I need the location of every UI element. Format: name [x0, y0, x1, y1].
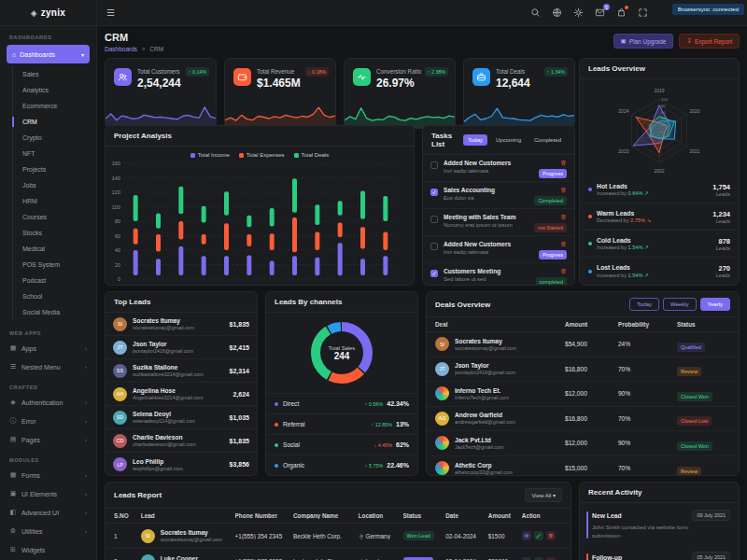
top-lead-row[interactable]: SDSelena Deoylselenadeoyl114@gmail.com$1…	[106, 406, 257, 429]
view-icon[interactable]	[522, 557, 531, 560]
trash-icon[interactable]	[560, 187, 567, 193]
wallet-icon	[233, 68, 251, 86]
task-checkbox[interactable]: ✓	[430, 189, 438, 196]
breadcrumb-parent[interactable]: Dashboards	[105, 46, 137, 52]
task-item: ✓Sales AccountingEos dolor eaCompleted	[423, 182, 574, 209]
fullscreen-icon[interactable]	[638, 7, 648, 18]
task-status-badge: completed	[536, 277, 567, 286]
sidebar-item-authentication[interactable]: ◈Authentication›	[0, 393, 96, 412]
svg-text:nov: nov	[359, 285, 368, 286]
plan-upgrade-button[interactable]: ▣ Plan Upgrade	[613, 34, 674, 49]
sidebar-item-ecommerce[interactable]: Ecommerce	[13, 98, 96, 114]
bag-icon[interactable]	[616, 7, 627, 18]
sidebar-item-apps[interactable]: ▦Apps›	[0, 339, 96, 357]
deal-row[interactable]: JTJson Taylorjsontaylor2416@gmail.com$16…	[427, 357, 739, 383]
sidebar-item-nft[interactable]: NFT	[13, 146, 96, 161]
deal-row[interactable]: Jack Pvt.LtdJackTech@gmail.com$12,00090%…	[427, 431, 739, 456]
sidebar-item-social-media[interactable]: Social Media	[13, 304, 96, 320]
trash-icon[interactable]	[560, 268, 567, 274]
deals-filter-today[interactable]: Today	[629, 298, 659, 311]
deals-filter-yearly[interactable]: Yearly	[700, 298, 730, 311]
edit-icon[interactable]	[534, 557, 543, 560]
avatar: SS	[113, 364, 127, 378]
sidebar-item-medical[interactable]: Medical	[13, 241, 96, 257]
sidebar-item-jobs[interactable]: Jobs	[13, 177, 96, 193]
sidebar-item-nested-menu[interactable]: ☰Nested Menu›	[0, 357, 96, 376]
deal-row[interactable]: Inferno Tech Et.InfernoTech@gmail.com$12…	[427, 382, 739, 407]
sidebar-item-utilities[interactable]: ⚙Utilities›	[0, 522, 96, 540]
task-checkbox[interactable]	[430, 216, 438, 223]
leads-overview-panel: Leads Overview 2019202020212022202320240…	[579, 58, 740, 286]
deals-filter-weekly[interactable]: Weekly	[663, 298, 697, 311]
top-lead-row[interactable]: CDCharlie Daviesoncharliedavieson@gmail.…	[106, 429, 257, 453]
theme-icon[interactable]	[573, 7, 584, 18]
sidebar-item-pos-system[interactable]: POS System	[13, 257, 96, 273]
deal-row[interactable]: Athetic Corpatheticcorp33@gmail.com$15,0…	[427, 456, 739, 477]
trash-icon[interactable]	[560, 214, 567, 220]
delete-icon[interactable]	[546, 531, 556, 540]
chevron-down-icon: ▾	[81, 51, 84, 58]
edit-icon[interactable]	[534, 531, 543, 540]
top-lead-row[interactable]: SISocrates Itumaysocratesitumay@gmail.co…	[106, 313, 257, 336]
leads-overview-stats: Hot LeadsIncreased by 0.64% ↗1,754LeadsW…	[580, 176, 739, 285]
export-report-button[interactable]: ↧ Export Report	[679, 34, 740, 49]
sidebar-item-projects[interactable]: Projects	[13, 161, 96, 177]
task-checkbox[interactable]	[430, 161, 438, 169]
sidebar-item-advanced-ui[interactable]: ◧Advanced UI›	[0, 503, 96, 522]
leads-overview-title: Leads Overview	[588, 64, 645, 73]
sidebar-item-crypto[interactable]: Crypto	[13, 130, 96, 146]
sidebar-item-error[interactable]: ⓘError›	[0, 412, 96, 430]
task-item: Added New CustomersInvi sadip takimataPr…	[423, 155, 574, 182]
view-all-button[interactable]: View All ▾	[525, 488, 562, 502]
ui-icon: ▣	[9, 490, 17, 497]
tasks-panel: Tasks List TodayUpcomingCompleted Added …	[422, 125, 575, 286]
sidebar-item-crm[interactable]: CRM	[13, 114, 96, 130]
task-status-badge: Completed	[534, 196, 567, 205]
report-row[interactable]: 1SISocrates Itumaysocratesitumay@gmail.c…	[106, 524, 571, 549]
sidebar-item-podcast[interactable]: Podcast	[13, 273, 96, 288]
sidebar-item-hrm[interactable]: HRM	[13, 193, 96, 209]
top-lead-row[interactable]: JTJson Taylorjsontaylor2416@gmail.com$2,…	[106, 336, 257, 359]
report-row[interactable]: 2LCLuke CooperLukeCooper@gmail.com+1(555…	[106, 549, 571, 560]
tasks-tab-completed[interactable]: Completed	[529, 134, 566, 146]
sidebar-item-widgets[interactable]: ⊞Widgets	[0, 540, 96, 559]
trash-icon[interactable]	[560, 160, 567, 166]
task-checkbox[interactable]: ✓	[430, 270, 438, 277]
top-lead-row[interactable]: LPLeo Phillipleophillips@gmail.com$3,856	[106, 453, 257, 476]
svg-text:140: 140	[112, 175, 120, 181]
deal-row[interactable]: SISocrates Itumaysocratesitumay@gmail.co…	[427, 332, 739, 357]
stat-card-total-customers: Total Customers2,54,244↑ 0.14%	[105, 58, 217, 129]
sidebar-item-pages[interactable]: ▤Pages›	[0, 430, 96, 449]
channel-row: Direct↑ 0.56%42.34%	[266, 393, 417, 413]
search-icon[interactable]	[530, 7, 541, 18]
svg-text:2024: 2024	[618, 108, 628, 114]
plan-upgrade-icon: ▣	[621, 37, 627, 45]
menu-toggle-icon[interactable]: ☰	[106, 7, 115, 18]
pin-icon	[359, 534, 364, 539]
sidebar-item-courses[interactable]: Courses	[13, 209, 96, 225]
delete-icon[interactable]	[546, 557, 556, 560]
view-icon[interactable]	[522, 531, 531, 540]
translate-icon[interactable]	[552, 7, 562, 18]
top-lead-row[interactable]: SSSuzika Stallonesuzikastallone3214@gmai…	[106, 359, 257, 383]
deal-status-badge: Qualified	[677, 343, 705, 352]
sidebar-item-stocks[interactable]: Stocks	[13, 225, 96, 241]
task-checkbox[interactable]	[430, 243, 438, 250]
brand-name: zynix	[41, 7, 66, 18]
trash-icon[interactable]	[560, 241, 567, 247]
sidebar-item-school[interactable]: School	[13, 288, 96, 304]
sidebar-section-label: CRAFTED	[0, 376, 96, 393]
tasks-tab-upcoming[interactable]: Upcoming	[491, 134, 526, 146]
sidebar-item-analytics[interactable]: Analytics	[13, 82, 96, 98]
sidebar-item-sales[interactable]: Sales	[13, 66, 96, 82]
mail-icon[interactable]: 5	[595, 7, 605, 18]
sidebar-item-ui-elements[interactable]: ▣UI Elements›	[0, 484, 96, 503]
tasks-tab-today[interactable]: Today	[463, 134, 487, 146]
sidebar-item-forms[interactable]: ▦Forms›	[0, 466, 96, 484]
top-lead-row[interactable]: AHAngelina HoseAngelinaHose3214@gmail.co…	[106, 383, 257, 406]
app-logo[interactable]: ◈ zynix	[0, 0, 96, 26]
svg-text:Aug: Aug	[289, 285, 300, 286]
deal-row[interactable]: AGAndrew Garfieldandrewgarfield@gmail.co…	[427, 407, 739, 432]
export-report-icon: ↧	[686, 37, 691, 45]
sidebar-item-dashboards[interactable]: ⌂Dashboards▾	[7, 45, 90, 63]
